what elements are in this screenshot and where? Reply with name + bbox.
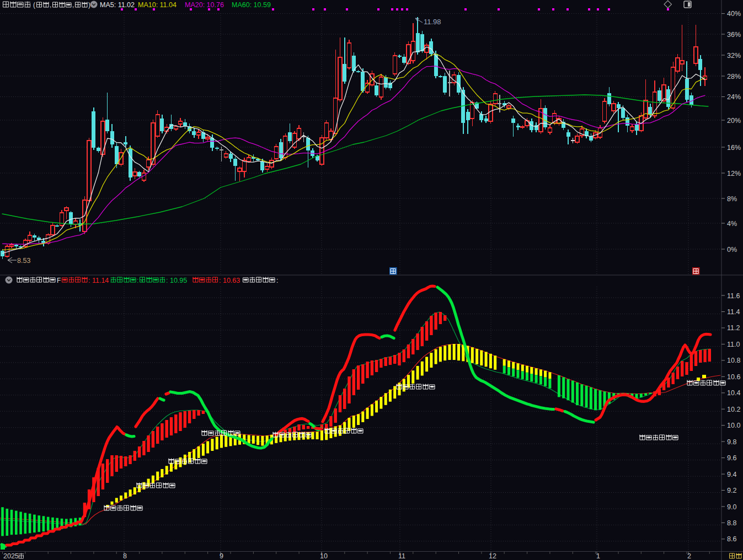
svg-text:32%: 32%	[727, 52, 741, 60]
svg-text:MA20: 10.76: MA20: 10.76	[185, 1, 224, 9]
svg-text:8.53: 8.53	[17, 257, 30, 265]
svg-text:MA5: 11.02: MA5: 11.02	[100, 1, 135, 9]
svg-text:2: 2	[687, 552, 691, 560]
svg-text:36%: 36%	[727, 31, 741, 39]
svg-text:11.98: 11.98	[424, 18, 441, 26]
svg-text:9: 9	[220, 552, 223, 560]
svg-text:16%: 16%	[727, 144, 741, 152]
svg-text:(: (	[33, 1, 35, 9]
svg-text:8.6: 8.6	[727, 535, 736, 543]
svg-text:11.0: 11.0	[727, 341, 740, 348]
svg-text:: 11.14: : 11.14	[88, 277, 109, 284]
svg-text:): )	[88, 1, 90, 9]
svg-text:4%: 4%	[727, 220, 737, 228]
svg-text:0%: 0%	[727, 246, 737, 254]
svg-text:8: 8	[123, 552, 127, 560]
svg-text:9.0: 9.0	[727, 503, 736, 511]
svg-text:40%: 40%	[727, 10, 741, 18]
svg-text:12: 12	[489, 552, 496, 560]
svg-text:11.2: 11.2	[727, 324, 740, 332]
svg-text:8%: 8%	[727, 195, 737, 203]
svg-text:11.6: 11.6	[727, 292, 740, 300]
svg-text:10.6: 10.6	[727, 373, 740, 381]
svg-text:,: ,	[50, 1, 51, 9]
svg-text:9.4: 9.4	[727, 471, 736, 478]
svg-text:9.6: 9.6	[727, 454, 736, 462]
svg-text:10.8: 10.8	[727, 357, 740, 364]
svg-text:10.2: 10.2	[727, 406, 740, 413]
svg-text:1: 1	[596, 552, 600, 560]
svg-text:10.0: 10.0	[727, 422, 740, 429]
svg-text:MA10: 11.04: MA10: 11.04	[138, 1, 177, 9]
svg-text:: 10.95: : 10.95	[166, 277, 187, 284]
svg-text:11: 11	[398, 552, 405, 560]
svg-text:2025: 2025	[3, 552, 19, 560]
svg-text:28%: 28%	[727, 73, 741, 80]
svg-text:12%: 12%	[727, 170, 741, 177]
svg-text:,: ,	[72, 1, 74, 9]
svg-text:F: F	[57, 277, 61, 284]
svg-text:10: 10	[320, 552, 328, 560]
svg-text:: 10.63: : 10.63	[219, 277, 240, 284]
svg-text:8.8: 8.8	[727, 519, 736, 527]
svg-text:11.4: 11.4	[727, 308, 740, 316]
svg-text:9.8: 9.8	[727, 438, 736, 446]
svg-text:24%: 24%	[727, 93, 741, 101]
svg-text:MA60: 10.59: MA60: 10.59	[232, 1, 271, 9]
svg-text:10.4: 10.4	[727, 389, 740, 397]
svg-text:20%: 20%	[727, 117, 741, 125]
svg-text:9.2: 9.2	[727, 487, 736, 494]
svg-text::: :	[276, 277, 278, 284]
